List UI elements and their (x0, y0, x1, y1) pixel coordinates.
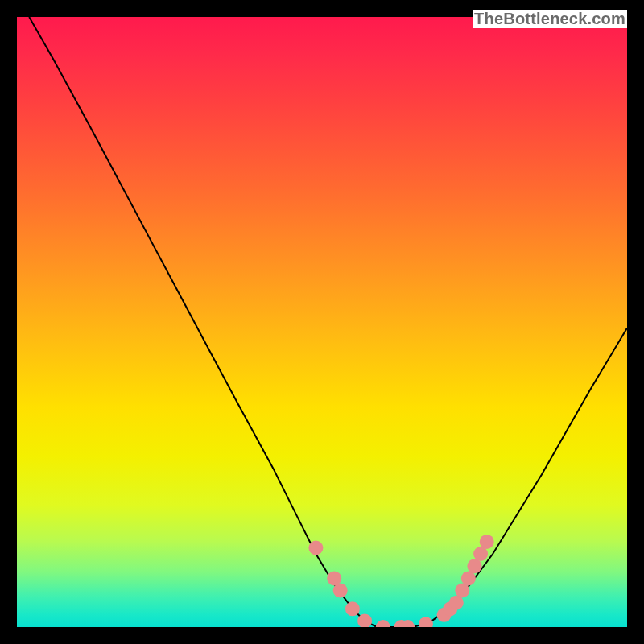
chart-plot-area: TheBottleneck.com (17, 17, 627, 627)
marker-dot (419, 617, 433, 627)
bottleneck-curve (17, 17, 627, 627)
chart-frame: TheBottleneck.com (8, 8, 636, 636)
marker-dot (308, 541, 323, 555)
curve-path (29, 17, 627, 627)
marker-dot (333, 584, 348, 598)
marker-dot (376, 620, 390, 627)
marker-dot (480, 535, 494, 549)
marker-dot (345, 601, 360, 616)
curve-markers (308, 535, 493, 627)
